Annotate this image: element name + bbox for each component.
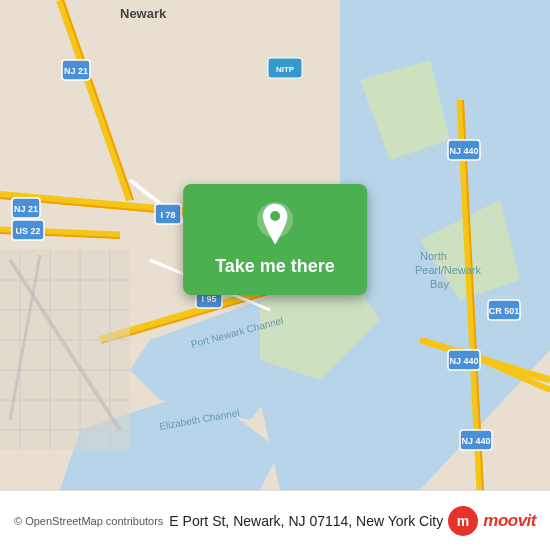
- moovit-logo-icon: m: [447, 505, 479, 537]
- button-overlay: Take me there: [183, 184, 367, 295]
- svg-text:Newark: Newark: [120, 6, 167, 21]
- svg-text:Pearl/Newark: Pearl/Newark: [415, 264, 482, 276]
- svg-text:I 95: I 95: [201, 294, 216, 304]
- svg-text:NJ 440: NJ 440: [449, 146, 478, 156]
- osm-attribution: © OpenStreetMap contributors: [14, 515, 163, 527]
- button-label: Take me there: [215, 256, 335, 277]
- svg-text:NITP: NITP: [276, 65, 295, 74]
- svg-text:I 78: I 78: [160, 210, 175, 220]
- moovit-brand-text: moovit: [483, 511, 536, 531]
- svg-text:CR 501: CR 501: [489, 306, 520, 316]
- svg-point-63: [270, 211, 280, 221]
- moovit-logo: m moovit: [447, 505, 536, 537]
- svg-text:US 22: US 22: [15, 226, 40, 236]
- bottom-bar: © OpenStreetMap contributors E Port St, …: [0, 490, 550, 550]
- svg-text:Bay: Bay: [430, 278, 449, 290]
- svg-text:m: m: [457, 513, 469, 529]
- svg-text:NJ 21: NJ 21: [14, 204, 38, 214]
- svg-text:North: North: [420, 250, 447, 262]
- address-label: E Port St, Newark, NJ 07114, New York Ci…: [169, 513, 447, 529]
- map-container: Port Newark Channel Elizabeth Channel No…: [0, 0, 550, 490]
- svg-text:NJ 440: NJ 440: [461, 436, 490, 446]
- svg-text:NJ 440: NJ 440: [449, 356, 478, 366]
- svg-text:NJ 21: NJ 21: [64, 66, 88, 76]
- take-me-there-button[interactable]: Take me there: [183, 184, 367, 295]
- location-pin-icon: [257, 202, 293, 246]
